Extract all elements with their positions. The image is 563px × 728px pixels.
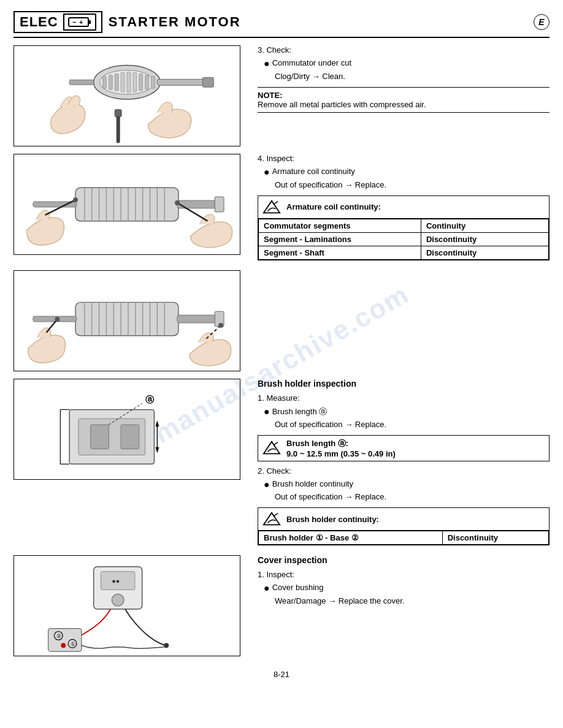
svg-rect-70 — [121, 425, 139, 449]
svg-rect-23 — [75, 188, 178, 221]
note-box: NOTE: Remove all metal particles with co… — [258, 87, 550, 113]
page-title: STARTER MOTOR — [109, 14, 534, 30]
bh-header: Brush holder continuity: — [258, 508, 549, 531]
row-1: 3. Check: ● Commutator under cut Clog/Di… — [13, 45, 550, 146]
svg-point-87 — [112, 594, 124, 606]
img-col-2 — [13, 154, 247, 263]
sub-brush-length: Out of specification → Replace. — [275, 420, 550, 429]
svg-rect-9 — [202, 77, 213, 87]
img-multimeter: ●● ② ① — [13, 555, 240, 656]
table-cell-right: Discontinuity — [442, 531, 548, 545]
svg-rect-88 — [48, 629, 82, 652]
armature-table: Commutator segments Continuity Segment -… — [258, 219, 549, 260]
img-col-4: ⓐ — [13, 379, 247, 548]
bh-icon — [262, 510, 282, 528]
svg-text:①: ① — [71, 641, 75, 647]
table-cell-left: Brush holder ① - Base ② — [259, 531, 443, 545]
svg-text:−: − — [72, 18, 77, 26]
svg-text:●●: ●● — [112, 578, 120, 585]
svg-rect-69 — [91, 425, 109, 449]
svg-rect-12 — [109, 75, 112, 89]
svg-point-93 — [61, 643, 66, 648]
svg-text:ⓐ: ⓐ — [145, 394, 155, 404]
spec-armature-title: Armature coil continuity: — [286, 202, 381, 211]
img-col-3 — [13, 270, 247, 371]
svg-rect-15 — [127, 72, 131, 93]
brush-length-header: Brush length ⓐ: 9.0 ~ 12.5 mm (0.35 ~ 0.… — [258, 436, 549, 461]
svg-rect-21 — [115, 110, 121, 117]
step-4-1-title: 1. Inspect: — [258, 570, 550, 579]
img-col-1 — [13, 45, 247, 146]
sub-brush-holder-continuity: Out of specification → Replace. — [275, 492, 550, 501]
page: manualsarchive.com ELEC − + STARTER MOTO… — [0, 0, 563, 728]
text-col-1: 3. Check: ● Commutator under cut Clog/Di… — [258, 45, 550, 146]
bullet-cover-bushing: ● Cover bushing — [264, 583, 550, 594]
svg-marker-79 — [264, 442, 280, 454]
bh-box: Brush holder continuity: Brush holder ① … — [258, 507, 550, 545]
brush-holder-section-title: Brush holder inspection — [258, 379, 550, 389]
text-col-2: 4. Inspect: ● Armature coil continuity O… — [258, 154, 550, 263]
svg-rect-19 — [151, 76, 155, 88]
text-col-5: Cover inspection 1. Inspect: ● Cover bus… — [258, 555, 550, 656]
svg-rect-59 — [33, 316, 77, 322]
svg-marker-43 — [264, 200, 280, 213]
bullet-commutator: ● Commutator under cut — [264, 58, 550, 69]
bh-table: Brush holder ① - Base ② Discontinuity — [258, 531, 549, 545]
bh-title: Brush holder continuity: — [286, 515, 379, 524]
table-row: Segment - Shaft Discontinuity — [259, 246, 549, 259]
battery-svg: − + — [68, 16, 91, 28]
svg-rect-20 — [117, 113, 120, 143]
svg-point-65 — [218, 323, 223, 328]
multimeter-svg: ●● ② ① — [14, 556, 240, 656]
svg-rect-13 — [115, 74, 118, 91]
svg-rect-16 — [133, 72, 137, 92]
bullet-brush-length: ● Brush length ⓐ — [264, 406, 550, 417]
svg-rect-1 — [88, 20, 91, 24]
table-cell: Commutator segments — [259, 219, 421, 232]
table-cell: Discontinuity — [421, 246, 548, 259]
cover-section-title: Cover inspection — [258, 555, 550, 565]
table-cell: Discontinuity — [421, 232, 548, 246]
sub-clog: Clog/Dirty → Clean. — [275, 72, 550, 81]
svg-rect-46 — [75, 302, 178, 335]
img-armature-2 — [13, 270, 240, 371]
svg-line-80 — [274, 442, 278, 446]
svg-rect-8 — [157, 79, 205, 85]
img-commutator — [13, 45, 240, 146]
img-armature-1 — [13, 154, 240, 255]
spec-box-armature: Armature coil continuity: Commutator seg… — [258, 195, 550, 260]
row-2: 4. Inspect: ● Armature coil continuity O… — [13, 154, 550, 263]
sub-cover-bushing: Wear/Damage → Replace the cover. — [275, 596, 550, 605]
text-col-3 — [258, 270, 550, 371]
bullet-brush-holder-continuity: ● Brush holder continuity — [264, 479, 550, 490]
img-col-5: ●● ② ① — [13, 555, 247, 656]
svg-point-94 — [164, 643, 169, 648]
spec-header-armature: Armature coil continuity: — [258, 196, 549, 219]
svg-rect-10 — [69, 80, 94, 85]
page-header: ELEC − + STARTER MOTOR E — [13, 11, 550, 38]
step-4-title: 4. Inspect: — [258, 154, 550, 163]
table-cell: Segment - Shaft — [259, 246, 421, 259]
svg-point-42 — [175, 200, 180, 205]
elec-box: ELEC − + — [13, 11, 102, 33]
row-4: ⓐ Brush holder inspection 1. Measure: — [13, 379, 550, 548]
note-text: Remove all metal particles with compress… — [258, 100, 550, 109]
page-number: 8-21 — [13, 670, 550, 679]
svg-text:②: ② — [56, 634, 61, 640]
sub-armature: Out of specification → Replace. — [275, 180, 550, 189]
brush-length-box: Brush length ⓐ: 9.0 ~ 12.5 mm (0.35 ~ 0.… — [258, 435, 550, 461]
note-label: NOTE: — [258, 91, 282, 100]
svg-rect-18 — [145, 75, 149, 89]
svg-line-82 — [274, 514, 278, 517]
brush-length-text: Brush length ⓐ: 9.0 ~ 12.5 mm (0.35 ~ 0.… — [286, 438, 396, 458]
svg-rect-17 — [139, 74, 143, 91]
row-5: ●● ② ① — [13, 555, 550, 656]
svg-rect-11 — [102, 76, 106, 88]
main-content: 3. Check: ● Commutator under cut Clog/Di… — [13, 45, 550, 664]
svg-rect-0 — [69, 18, 88, 26]
svg-point-63 — [55, 317, 59, 322]
table-row: Segment - Laminations Discontinuity — [259, 232, 549, 246]
svg-line-44 — [274, 201, 278, 204]
svg-marker-81 — [264, 513, 280, 525]
svg-rect-14 — [121, 72, 124, 92]
